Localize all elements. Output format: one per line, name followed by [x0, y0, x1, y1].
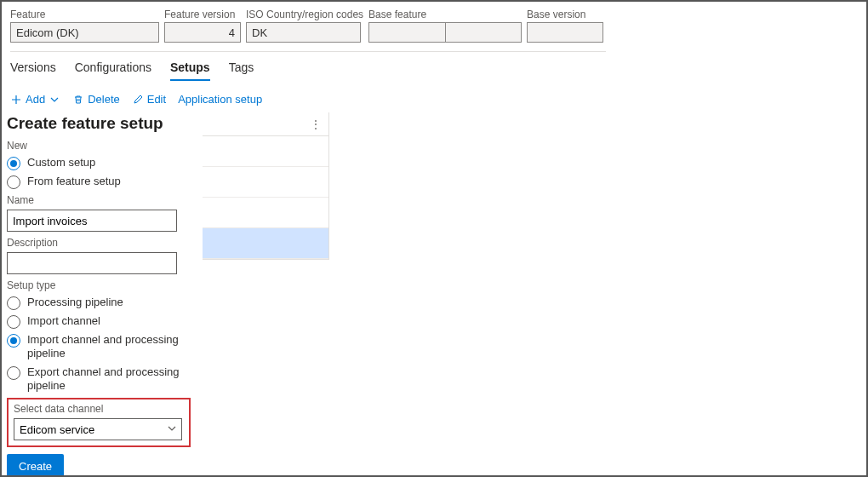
header-fields: Feature Feature version ISO Country/regi…	[2, 2, 866, 46]
chevron-down-icon	[49, 94, 60, 106]
radio-label: From feature setup	[27, 175, 121, 188]
feature-version-label: Feature version	[164, 9, 241, 20]
radio-import-channel[interactable]: Import channel	[7, 314, 197, 329]
feature-version-input[interactable]	[164, 22, 241, 43]
tab-tags[interactable]: Tags	[229, 60, 254, 81]
radio-label: Custom setup	[27, 156, 95, 170]
select-data-channel-input[interactable]	[14, 418, 182, 440]
create-button[interactable]: Create	[7, 454, 64, 477]
radio-from-feature-setup[interactable]: From feature setup	[7, 175, 197, 189]
radio-icon	[7, 334, 20, 348]
radio-label: Import channel	[27, 314, 100, 328]
add-label: Add	[26, 93, 45, 106]
description-input[interactable]	[7, 252, 177, 274]
iso-label: ISO Country/region codes	[246, 9, 363, 20]
trash-icon	[72, 94, 84, 106]
tabs: Versions Configurations Setups Tags	[2, 52, 866, 81]
tab-versions[interactable]: Versions	[10, 60, 56, 81]
radio-icon	[7, 366, 20, 380]
select-data-channel-highlight: Select data channel	[7, 398, 191, 447]
radio-label: Processing pipeline	[27, 296, 123, 309]
iso-input[interactable]	[246, 22, 361, 43]
radio-export-channel-processing[interactable]: Export channel and processing pipeline	[7, 365, 197, 394]
pencil-icon	[132, 94, 144, 106]
radio-icon	[7, 296, 20, 310]
base-feature-label: Base feature	[368, 9, 522, 20]
select-data-channel[interactable]	[14, 418, 182, 440]
radio-processing-pipeline[interactable]: Processing pipeline	[7, 296, 197, 310]
feature-input[interactable]	[10, 22, 159, 43]
panel-title: Create feature setup	[7, 114, 197, 133]
plus-icon	[10, 94, 22, 106]
feature-label: Feature	[10, 9, 159, 20]
radio-icon	[7, 315, 20, 329]
create-feature-setup-panel: Create feature setup New Custom setup Fr…	[2, 111, 203, 477]
base-feature-input-1[interactable]	[368, 22, 445, 43]
radio-icon	[7, 157, 20, 170]
name-input[interactable]	[7, 210, 177, 232]
edit-label: Edit	[147, 93, 166, 106]
radio-label: Import channel and processing pipeline	[27, 333, 197, 361]
select-channel-label: Select data channel	[14, 403, 184, 415]
edit-button[interactable]: Edit	[132, 93, 166, 106]
tab-setups[interactable]: Setups	[170, 60, 210, 81]
application-setup-label: Application setup	[178, 93, 262, 106]
add-button[interactable]: Add	[10, 93, 60, 106]
base-version-input[interactable]	[527, 22, 603, 43]
application-setup-button[interactable]: Application setup	[178, 93, 262, 106]
description-label: Description	[7, 237, 197, 249]
grid-menu-icon[interactable]: ⋮	[311, 118, 322, 130]
toolbar: Add Delete Edit Application setup	[2, 81, 866, 112]
section-new-label: New	[7, 140, 197, 152]
setup-type-label: Setup type	[7, 279, 197, 291]
radio-custom-setup[interactable]: Custom setup	[7, 156, 197, 170]
radio-label: Export channel and processing pipeline	[27, 365, 197, 394]
name-label: Name	[7, 194, 197, 206]
base-feature-input-2[interactable]	[445, 22, 522, 43]
delete-label: Delete	[88, 93, 120, 106]
tab-configurations[interactable]: Configurations	[75, 60, 151, 81]
base-version-label: Base version	[527, 9, 603, 20]
radio-icon	[7, 175, 20, 189]
radio-import-channel-processing[interactable]: Import channel and processing pipeline	[7, 333, 197, 361]
delete-button[interactable]: Delete	[72, 93, 120, 106]
